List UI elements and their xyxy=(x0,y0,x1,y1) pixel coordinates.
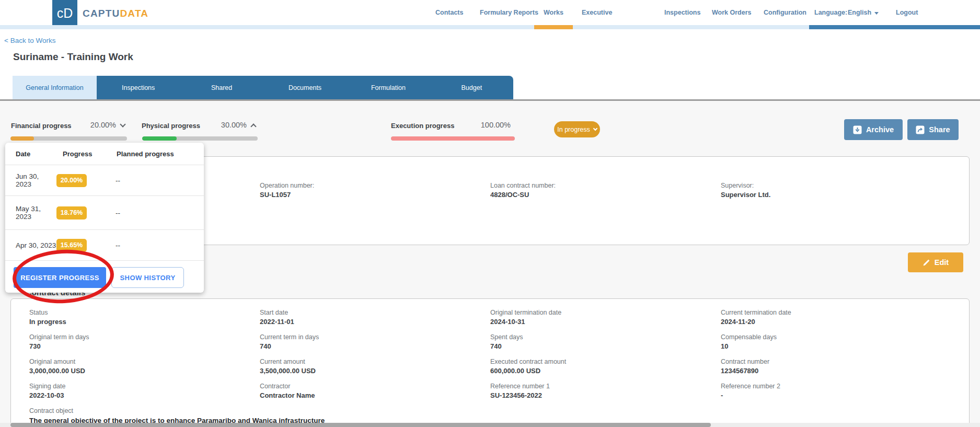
loan-contract-number-label: Loan contract number: xyxy=(490,182,721,189)
compensable-days-value: 10 xyxy=(721,342,951,350)
execution-progress-value: 100.00% xyxy=(478,121,511,129)
current-term-label: Current term in days xyxy=(260,333,490,341)
current-termination-date-label: Current termination date xyxy=(721,309,951,316)
archive-button[interactable]: Archive xyxy=(844,119,903,140)
popup-header-row: Date Progress Planned progress xyxy=(5,143,204,165)
tab-general-information[interactable]: General Information xyxy=(13,76,97,99)
tab-formulation[interactable]: Formulation xyxy=(347,76,430,99)
contractor-value: Contractor Name xyxy=(260,391,490,399)
supervisor-value: Supervisor Ltd. xyxy=(721,191,951,199)
tab-budget[interactable]: Budget xyxy=(430,76,513,99)
show-history-button[interactable]: SHOW HISTORY xyxy=(111,267,184,288)
reference-number-2-label: Reference number 2 xyxy=(721,383,951,390)
share-button[interactable]: Share xyxy=(907,119,959,140)
current-amount-value: 3,500,000.00 USD xyxy=(260,367,490,375)
nav-item-executive[interactable]: Executive xyxy=(582,9,612,16)
nav-item-formulary-reports[interactable]: Formulary Reports xyxy=(480,9,538,16)
execution-progress-label: Execution progress xyxy=(391,122,454,130)
logout-link[interactable]: Logout xyxy=(896,9,918,16)
progress-row: Jun 30, 2023 20.00% -- xyxy=(5,165,204,196)
horizontal-scrollbar-thumb[interactable] xyxy=(10,423,711,427)
physical-progress-bar xyxy=(142,136,258,141)
executed-amount-value: 600,000.00 USD xyxy=(490,367,721,375)
edit-button-label: Edit xyxy=(935,258,949,267)
financial-progress-fill xyxy=(10,136,34,141)
share-icon xyxy=(916,125,925,134)
progress-badge: 18.76% xyxy=(56,206,87,220)
popup-column-progress: Progress xyxy=(63,150,117,158)
pencil-icon xyxy=(923,259,930,267)
contract-object-label: Contract object xyxy=(29,407,969,414)
progress-badge: 20.00% xyxy=(56,174,87,187)
supervisor-label: Supervisor: xyxy=(721,182,951,189)
reference-number-1-value: SU-123456-2022 xyxy=(490,391,721,399)
progress-row-date: May 31, 2023 xyxy=(5,205,56,221)
contract-number-value: 1234567890 xyxy=(721,367,951,375)
language-label: Language: xyxy=(814,9,847,16)
register-progress-button[interactable]: REGISTER PROGRESS xyxy=(14,267,106,288)
contract-details-card: StatusIn progress Start date2022-11-01 O… xyxy=(10,298,970,427)
financial-progress-bar xyxy=(10,136,127,141)
physical-progress-value: 30.00% xyxy=(214,121,247,129)
back-to-works-link[interactable]: < Back to Works xyxy=(4,37,55,44)
progress-row-date: Jun 30, 2023 xyxy=(5,172,56,188)
progress-row-planned: -- xyxy=(116,177,120,184)
physical-progress-fill xyxy=(142,136,177,141)
tab-bar: Inspections Shared Documents Formulation… xyxy=(97,76,513,99)
original-termination-date-value: 2024-10-31 xyxy=(490,318,721,326)
tab-inspections[interactable]: Inspections xyxy=(97,76,180,99)
brand-name-secondary: DATA xyxy=(120,8,148,19)
contractor-label: Contractor xyxy=(260,383,490,390)
current-amount-label: Current amount xyxy=(260,358,490,365)
page-title: Suriname - Training Work xyxy=(13,51,133,63)
nav-item-contacts[interactable]: Contacts xyxy=(435,9,463,16)
reference-number-1-label: Reference number 1 xyxy=(490,383,721,390)
signing-date-label: Signing date xyxy=(29,383,260,390)
language-selector[interactable]: English xyxy=(848,9,879,16)
nav-item-inspections[interactable]: Inspections xyxy=(664,9,700,16)
archive-button-label: Archive xyxy=(866,125,894,134)
nav-item-configuration[interactable]: Configuration xyxy=(764,9,806,16)
status-pill[interactable]: In progress xyxy=(554,121,600,137)
financial-progress-value: 20.00% xyxy=(84,121,116,129)
financial-progress-label: Financial progress xyxy=(11,122,72,130)
compensable-days-label: Compensable days xyxy=(721,333,951,341)
execution-progress-fill xyxy=(391,136,515,141)
loan-contract-number-field: Loan contract number: 4828/OC-SU xyxy=(490,182,721,206)
nav-item-work-orders[interactable]: Work Orders xyxy=(712,9,752,16)
operation-number-field: Operation number: SU-L1057 xyxy=(260,182,490,206)
original-amount-value: 3,000,000.00 USD xyxy=(29,367,260,375)
original-termination-date-label: Original termination date xyxy=(490,309,721,316)
tab-documents[interactable]: Documents xyxy=(263,76,347,99)
operation-number-value: SU-L1057 xyxy=(260,191,490,199)
status-value: In progress xyxy=(29,318,260,326)
operation-number-label: Operation number: xyxy=(260,182,490,189)
popup-column-date: Date xyxy=(5,150,63,158)
spent-days-value: 740 xyxy=(490,342,721,350)
brand-name-primary: CAPTU xyxy=(83,8,120,19)
progress-history-popup: Date Progress Planned progress Jun 30, 2… xyxy=(5,143,204,293)
active-nav-underline xyxy=(534,25,573,29)
current-termination-date-value: 2024-11-20 xyxy=(721,318,951,326)
progress-badge: 15.65% xyxy=(56,239,87,252)
contract-number-label: Contract number xyxy=(721,358,951,365)
header-strip-right xyxy=(809,25,980,29)
brand-name: CAPTUDATA xyxy=(83,8,148,19)
start-date-label: Start date xyxy=(260,309,490,316)
spent-days-label: Spent days xyxy=(490,333,721,341)
progress-row: Apr 30, 2023 15.65% -- xyxy=(5,230,204,261)
tab-shared[interactable]: Shared xyxy=(180,76,263,99)
original-term-label: Original term in days xyxy=(29,333,260,341)
supervisor-field: Supervisor: Supervisor Ltd. xyxy=(721,182,951,206)
edit-button[interactable]: Edit xyxy=(908,252,963,272)
chevron-down-icon xyxy=(593,126,597,131)
status-pill-label: In progress xyxy=(557,126,590,133)
progress-row-planned: -- xyxy=(116,209,120,217)
nav-item-works[interactable]: Works xyxy=(544,9,563,16)
progress-row-date: Apr 30, 2023 xyxy=(5,241,56,249)
brand-mark: cD xyxy=(57,6,73,21)
start-date-value: 2022-11-01 xyxy=(260,318,490,326)
progress-row: May 31, 2023 18.76% -- xyxy=(5,196,204,230)
execution-progress-bar xyxy=(391,136,515,141)
progress-row-planned: -- xyxy=(116,241,120,249)
